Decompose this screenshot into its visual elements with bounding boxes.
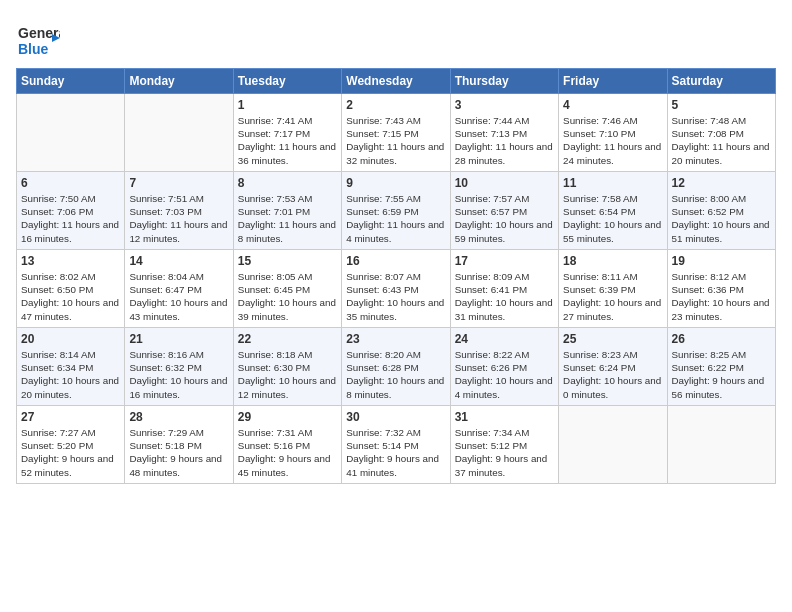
weekday-header-monday: Monday	[125, 69, 233, 94]
day-number: 21	[129, 332, 228, 346]
day-detail: Sunrise: 7:57 AMSunset: 6:57 PMDaylight:…	[455, 193, 553, 244]
calendar-table: SundayMondayTuesdayWednesdayThursdayFrid…	[16, 68, 776, 484]
day-detail: Sunrise: 7:58 AMSunset: 6:54 PMDaylight:…	[563, 193, 661, 244]
calendar-cell: 30Sunrise: 7:32 AMSunset: 5:14 PMDayligh…	[342, 406, 450, 484]
day-number: 15	[238, 254, 337, 268]
day-detail: Sunrise: 8:11 AMSunset: 6:39 PMDaylight:…	[563, 271, 661, 322]
weekday-header-saturday: Saturday	[667, 69, 775, 94]
day-detail: Sunrise: 8:16 AMSunset: 6:32 PMDaylight:…	[129, 349, 227, 400]
calendar-cell	[667, 406, 775, 484]
calendar-cell: 22Sunrise: 8:18 AMSunset: 6:30 PMDayligh…	[233, 328, 341, 406]
day-detail: Sunrise: 7:48 AMSunset: 7:08 PMDaylight:…	[672, 115, 770, 166]
weekday-header-sunday: Sunday	[17, 69, 125, 94]
day-detail: Sunrise: 7:31 AMSunset: 5:16 PMDaylight:…	[238, 427, 331, 478]
day-number: 11	[563, 176, 662, 190]
calendar-cell	[125, 94, 233, 172]
day-number: 29	[238, 410, 337, 424]
day-detail: Sunrise: 7:29 AMSunset: 5:18 PMDaylight:…	[129, 427, 222, 478]
calendar-cell: 12Sunrise: 8:00 AMSunset: 6:52 PMDayligh…	[667, 172, 775, 250]
day-number: 10	[455, 176, 554, 190]
calendar-cell: 11Sunrise: 7:58 AMSunset: 6:54 PMDayligh…	[559, 172, 667, 250]
calendar-week-3: 13Sunrise: 8:02 AMSunset: 6:50 PMDayligh…	[17, 250, 776, 328]
calendar-cell: 26Sunrise: 8:25 AMSunset: 6:22 PMDayligh…	[667, 328, 775, 406]
calendar-cell: 14Sunrise: 8:04 AMSunset: 6:47 PMDayligh…	[125, 250, 233, 328]
day-detail: Sunrise: 7:51 AMSunset: 7:03 PMDaylight:…	[129, 193, 227, 244]
svg-text:Blue: Blue	[18, 41, 49, 57]
weekday-header-thursday: Thursday	[450, 69, 558, 94]
day-detail: Sunrise: 8:14 AMSunset: 6:34 PMDaylight:…	[21, 349, 119, 400]
day-number: 8	[238, 176, 337, 190]
day-detail: Sunrise: 8:25 AMSunset: 6:22 PMDaylight:…	[672, 349, 765, 400]
calendar-cell: 2Sunrise: 7:43 AMSunset: 7:15 PMDaylight…	[342, 94, 450, 172]
calendar-cell: 23Sunrise: 8:20 AMSunset: 6:28 PMDayligh…	[342, 328, 450, 406]
day-detail: Sunrise: 7:46 AMSunset: 7:10 PMDaylight:…	[563, 115, 661, 166]
day-detail: Sunrise: 8:05 AMSunset: 6:45 PMDaylight:…	[238, 271, 336, 322]
calendar-cell: 17Sunrise: 8:09 AMSunset: 6:41 PMDayligh…	[450, 250, 558, 328]
calendar-cell: 18Sunrise: 8:11 AMSunset: 6:39 PMDayligh…	[559, 250, 667, 328]
day-detail: Sunrise: 7:44 AMSunset: 7:13 PMDaylight:…	[455, 115, 553, 166]
day-number: 30	[346, 410, 445, 424]
day-detail: Sunrise: 8:04 AMSunset: 6:47 PMDaylight:…	[129, 271, 227, 322]
calendar-cell: 16Sunrise: 8:07 AMSunset: 6:43 PMDayligh…	[342, 250, 450, 328]
day-number: 9	[346, 176, 445, 190]
day-detail: Sunrise: 7:43 AMSunset: 7:15 PMDaylight:…	[346, 115, 444, 166]
day-number: 22	[238, 332, 337, 346]
logo: General Blue	[16, 16, 60, 60]
calendar-cell: 9Sunrise: 7:55 AMSunset: 6:59 PMDaylight…	[342, 172, 450, 250]
day-number: 1	[238, 98, 337, 112]
day-number: 3	[455, 98, 554, 112]
calendar-cell: 15Sunrise: 8:05 AMSunset: 6:45 PMDayligh…	[233, 250, 341, 328]
day-number: 13	[21, 254, 120, 268]
day-detail: Sunrise: 7:32 AMSunset: 5:14 PMDaylight:…	[346, 427, 439, 478]
day-detail: Sunrise: 7:34 AMSunset: 5:12 PMDaylight:…	[455, 427, 548, 478]
day-detail: Sunrise: 8:09 AMSunset: 6:41 PMDaylight:…	[455, 271, 553, 322]
day-detail: Sunrise: 8:22 AMSunset: 6:26 PMDaylight:…	[455, 349, 553, 400]
day-number: 6	[21, 176, 120, 190]
calendar-cell: 31Sunrise: 7:34 AMSunset: 5:12 PMDayligh…	[450, 406, 558, 484]
calendar-cell: 19Sunrise: 8:12 AMSunset: 6:36 PMDayligh…	[667, 250, 775, 328]
day-number: 4	[563, 98, 662, 112]
day-detail: Sunrise: 7:53 AMSunset: 7:01 PMDaylight:…	[238, 193, 336, 244]
day-detail: Sunrise: 8:23 AMSunset: 6:24 PMDaylight:…	[563, 349, 661, 400]
day-detail: Sunrise: 7:41 AMSunset: 7:17 PMDaylight:…	[238, 115, 336, 166]
day-number: 26	[672, 332, 771, 346]
calendar-week-1: 1Sunrise: 7:41 AMSunset: 7:17 PMDaylight…	[17, 94, 776, 172]
calendar-week-4: 20Sunrise: 8:14 AMSunset: 6:34 PMDayligh…	[17, 328, 776, 406]
day-detail: Sunrise: 8:02 AMSunset: 6:50 PMDaylight:…	[21, 271, 119, 322]
day-number: 12	[672, 176, 771, 190]
calendar-cell: 8Sunrise: 7:53 AMSunset: 7:01 PMDaylight…	[233, 172, 341, 250]
day-number: 28	[129, 410, 228, 424]
day-detail: Sunrise: 8:20 AMSunset: 6:28 PMDaylight:…	[346, 349, 444, 400]
day-number: 5	[672, 98, 771, 112]
calendar-cell: 7Sunrise: 7:51 AMSunset: 7:03 PMDaylight…	[125, 172, 233, 250]
calendar-cell: 13Sunrise: 8:02 AMSunset: 6:50 PMDayligh…	[17, 250, 125, 328]
day-number: 24	[455, 332, 554, 346]
day-detail: Sunrise: 8:00 AMSunset: 6:52 PMDaylight:…	[672, 193, 770, 244]
day-number: 25	[563, 332, 662, 346]
calendar-cell: 10Sunrise: 7:57 AMSunset: 6:57 PMDayligh…	[450, 172, 558, 250]
day-detail: Sunrise: 7:55 AMSunset: 6:59 PMDaylight:…	[346, 193, 444, 244]
day-number: 2	[346, 98, 445, 112]
day-number: 17	[455, 254, 554, 268]
calendar-cell: 20Sunrise: 8:14 AMSunset: 6:34 PMDayligh…	[17, 328, 125, 406]
calendar-cell: 24Sunrise: 8:22 AMSunset: 6:26 PMDayligh…	[450, 328, 558, 406]
calendar-cell: 28Sunrise: 7:29 AMSunset: 5:18 PMDayligh…	[125, 406, 233, 484]
day-number: 18	[563, 254, 662, 268]
calendar-cell	[17, 94, 125, 172]
weekday-header-row: SundayMondayTuesdayWednesdayThursdayFrid…	[17, 69, 776, 94]
header: General Blue	[16, 16, 776, 60]
weekday-header-wednesday: Wednesday	[342, 69, 450, 94]
weekday-header-friday: Friday	[559, 69, 667, 94]
day-detail: Sunrise: 8:18 AMSunset: 6:30 PMDaylight:…	[238, 349, 336, 400]
calendar-week-2: 6Sunrise: 7:50 AMSunset: 7:06 PMDaylight…	[17, 172, 776, 250]
day-number: 27	[21, 410, 120, 424]
day-number: 20	[21, 332, 120, 346]
calendar-cell: 27Sunrise: 7:27 AMSunset: 5:20 PMDayligh…	[17, 406, 125, 484]
calendar-cell: 3Sunrise: 7:44 AMSunset: 7:13 PMDaylight…	[450, 94, 558, 172]
calendar-cell	[559, 406, 667, 484]
calendar-week-5: 27Sunrise: 7:27 AMSunset: 5:20 PMDayligh…	[17, 406, 776, 484]
day-number: 7	[129, 176, 228, 190]
day-detail: Sunrise: 7:27 AMSunset: 5:20 PMDaylight:…	[21, 427, 114, 478]
calendar-cell: 29Sunrise: 7:31 AMSunset: 5:16 PMDayligh…	[233, 406, 341, 484]
weekday-header-tuesday: Tuesday	[233, 69, 341, 94]
